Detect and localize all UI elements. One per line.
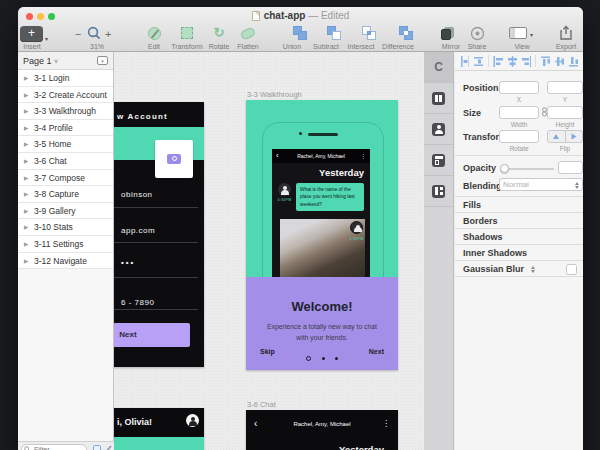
share-tool[interactable]: Share [462, 25, 492, 50]
disclosure-icon[interactable]: ▶ [24, 70, 28, 87]
distribute-horizontally-icon[interactable] [460, 56, 469, 67]
plugin-library-button[interactable] [424, 176, 453, 207]
flip-vertical-button[interactable] [565, 131, 583, 142]
message-timestamp: 4:30PM [276, 198, 293, 202]
artboard-create-account[interactable]: w Account obinson app.com ••• 6 - 7890 N… [114, 102, 204, 367]
position-x-input[interactable] [499, 81, 539, 94]
section-shadows[interactable]: Shadows [455, 228, 583, 244]
page-list-toggle-icon[interactable]: ▾ [97, 56, 108, 65]
sidebar-item-capture[interactable]: ▶3-8 Capture [18, 186, 113, 203]
next-button[interactable]: Next [114, 323, 190, 347]
flatten-tool[interactable]: Flatten [231, 25, 265, 50]
flatten-icon [240, 26, 256, 40]
plugin-panels-button[interactable] [424, 83, 453, 114]
size-width-input[interactable] [499, 106, 539, 119]
section-inner-shadows[interactable]: Inner Shadows [455, 244, 583, 260]
align-center-horizontal-icon[interactable] [507, 56, 516, 67]
disclosure-icon[interactable]: ▶ [24, 253, 28, 270]
opacity-input[interactable] [558, 161, 583, 174]
disclosure-icon[interactable]: ▶ [24, 136, 28, 153]
chat-message: What is the name of the place you went h… [300, 187, 355, 207]
flip-horizontal-button[interactable] [548, 131, 565, 142]
artboard-walkthrough[interactable]: ‹ Rachel, Amy, Michael ⋮ Yesterday 4:30P… [246, 100, 398, 370]
sidebar-item-stats[interactable]: ▶3-10 Stats [18, 219, 113, 236]
magnifier-icon[interactable] [87, 26, 101, 40]
name-field-value[interactable]: obinson [121, 190, 153, 199]
subtract-tool[interactable]: Subtract [308, 25, 344, 50]
disclosure-icon[interactable]: ▶ [24, 236, 28, 253]
section-gaussian-blur[interactable]: Gaussian Blur [455, 260, 583, 277]
transform-rotate-input[interactable] [499, 130, 539, 143]
intersect-tool[interactable]: Intersect [343, 25, 379, 50]
sidebar-item-home[interactable]: ▶3-5 Home [18, 136, 113, 153]
union-tool[interactable]: Union [276, 25, 308, 50]
blur-type-stepper-icon[interactable] [531, 266, 535, 273]
blending-label: Blending [463, 181, 502, 191]
opacity-slider-knob[interactable] [500, 164, 509, 173]
pager-dot[interactable] [335, 357, 338, 360]
align-right-icon[interactable] [521, 56, 530, 67]
disclosure-icon[interactable]: ▶ [24, 87, 28, 104]
distribute-vertically-icon[interactable] [474, 56, 483, 67]
section-borders[interactable]: Borders [455, 212, 583, 228]
artboard-home[interactable]: i, Olivia! [114, 408, 204, 450]
insert-button[interactable]: + [20, 26, 43, 42]
craft-logo-button[interactable]: C [424, 52, 453, 83]
disclosure-icon[interactable]: ▶ [24, 120, 28, 137]
artboard-label-chat[interactable]: 3-6 Chat [247, 400, 276, 409]
size-height-input[interactable] [547, 106, 583, 119]
artboard-label-walkthrough[interactable]: 3-3 Walkthrough [247, 90, 302, 99]
view-tool[interactable]: ▾ View [504, 25, 540, 50]
disclosure-icon[interactable]: ▶ [24, 103, 28, 120]
disclosure-icon[interactable]: ▶ [24, 186, 28, 203]
artboard-chat[interactable]: ‹ Rachel, Amy, Michael ⋮ Yesterday [246, 410, 398, 450]
align-bottom-icon[interactable] [569, 56, 578, 67]
rotate-tool[interactable]: ↻ Rotate [204, 25, 234, 50]
pencil-icon[interactable] [104, 445, 112, 450]
gaussian-blur-checkbox[interactable] [566, 264, 577, 275]
align-middle-icon[interactable] [555, 56, 564, 67]
disclosure-icon[interactable]: ▶ [24, 203, 28, 220]
flip-control[interactable] [547, 130, 583, 143]
sidebar-item-compose[interactable]: ▶3-7 Compose [18, 170, 113, 187]
disclosure-icon[interactable]: ▶ [24, 170, 28, 187]
edit-tool[interactable]: Edit [138, 25, 170, 50]
transform-tool[interactable]: Transform [168, 25, 206, 50]
sidebar-item-profile[interactable]: ▶3-4 Profile [18, 120, 113, 137]
plugin-photos-button[interactable] [424, 114, 453, 145]
pager-dot[interactable] [322, 357, 325, 360]
avatar[interactable] [186, 414, 199, 427]
position-y-input[interactable] [547, 81, 583, 94]
sidebar-item-login[interactable]: ▶3-1 Login [18, 70, 113, 87]
section-fills[interactable]: Fills [455, 196, 583, 212]
next-button-label: Next [119, 330, 136, 339]
email-field-value[interactable]: app.com [121, 226, 155, 235]
zoom-out-button[interactable]: − [75, 28, 81, 40]
align-left-icon[interactable] [493, 56, 502, 67]
sidebar-item-navigate[interactable]: ▶3-12 Navigate [18, 253, 113, 270]
walkthrough-next-button[interactable]: Next [369, 348, 384, 355]
pager-dot-active[interactable] [306, 356, 311, 361]
difference-tool[interactable]: Difference [378, 25, 418, 50]
page-selector[interactable]: Page 1 ˅ ▾ [18, 52, 113, 70]
sidebar-item-gallery[interactable]: ▶3-9 Gallery [18, 203, 113, 220]
zoom-in-button[interactable]: + [105, 28, 111, 40]
disclosure-icon[interactable]: ▶ [24, 153, 28, 170]
avatar-upload-card[interactable] [155, 140, 193, 178]
sidebar-item-settings[interactable]: ▶3-11 Settings [18, 236, 113, 253]
opacity-slider-track[interactable] [502, 168, 554, 170]
blending-dropdown[interactable]: Normal [499, 178, 583, 191]
canvas[interactable]: w Account obinson app.com ••• 6 - 7890 N… [114, 52, 424, 450]
view-label: View [514, 43, 529, 50]
plus-icon: + [28, 26, 35, 40]
password-field-value[interactable]: ••• [121, 258, 135, 267]
sidebar-item-walkthrough[interactable]: ▶3-3 Walkthrough [18, 103, 113, 120]
disclosure-icon[interactable]: ▶ [24, 219, 28, 236]
sidebar-item-create-account[interactable]: ▶3-2 Create Account [18, 87, 113, 104]
phone-field-value[interactable]: 6 - 7890 [121, 298, 154, 307]
plugin-duplicate-button[interactable] [424, 145, 453, 176]
doc-icon[interactable] [93, 445, 101, 450]
export-tool[interactable]: Export [550, 25, 582, 50]
align-top-icon[interactable] [541, 56, 550, 67]
sidebar-item-chat[interactable]: ▶3-6 Chat [18, 153, 113, 170]
